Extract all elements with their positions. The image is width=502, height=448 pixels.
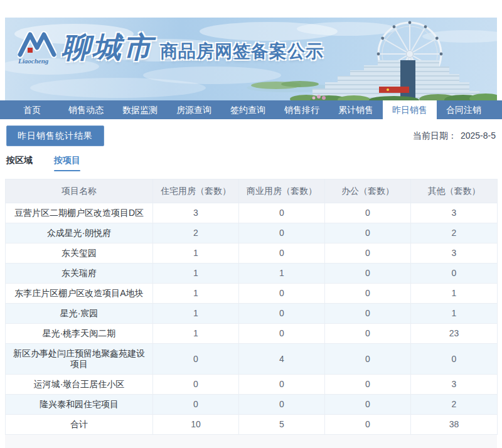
column-header: 办公（套数） <box>325 179 411 203</box>
project-name-cell: 众成星光·朗悦府 <box>6 223 153 243</box>
count-cell: 4 <box>239 344 325 375</box>
count-cell: 2 <box>411 223 498 243</box>
table-row: 运河城·墩台王居住小区0003 <box>6 375 498 395</box>
content: 昨日销售统计结果 当前日期：2025-8-5 按区域按项目 项目名称住宅用房（套… <box>5 125 497 448</box>
page: Liaocheng 聊城市 商品房网签备案公示 首页销售动态数据监测房源查询签约… <box>0 0 502 448</box>
toolbar: 昨日销售统计结果 当前日期：2025-8-5 <box>5 125 497 146</box>
count-cell: 0 <box>239 324 325 344</box>
count-cell: 0 <box>325 324 411 344</box>
header-row: 项目名称住宅用房（套数）商业用房（套数）办公（套数）其他（套数） <box>6 179 498 203</box>
table-row: 星光·宸园1001 <box>6 304 498 324</box>
brand-row: Liaocheng 聊城市 商品房网签备案公示 <box>18 25 324 70</box>
column-header: 其他（套数） <box>411 179 498 203</box>
nav-item-sales-dynamics[interactable]: 销售动态 <box>59 100 113 119</box>
count-cell: 1 <box>411 284 498 304</box>
nav-item-listing-query[interactable]: 房源查询 <box>167 100 221 119</box>
sales-table-head: 项目名称住宅用房（套数）商业用房（套数）办公（套数）其他（套数） <box>6 179 498 203</box>
count-cell: 0 <box>239 395 325 415</box>
logo-script-label: Liaocheng <box>18 57 49 65</box>
table-row: 东关玺园1003 <box>6 243 498 264</box>
count-cell: 0 <box>325 344 411 375</box>
nav-item-sales-ranking[interactable]: 销售排行 <box>275 100 329 119</box>
site-banner: Liaocheng 聊城市 商品房网签备案公示 <box>5 18 497 100</box>
nav-item-contract-cancel[interactable]: 合同注销 <box>437 100 491 119</box>
sales-table-body: 豆营片区二期棚户区改造项目D区3003众成星光·朗悦府2002东关玺园1003东… <box>6 203 498 435</box>
count-cell: 1 <box>153 284 239 304</box>
yesterday-sales-result-button[interactable]: 昨日销售统计结果 <box>6 125 104 146</box>
count-cell: 0 <box>325 284 411 304</box>
current-date-label: 当前日期： <box>413 131 457 141</box>
nav-item-home[interactable]: 首页 <box>5 100 59 119</box>
count-cell: 0 <box>325 375 411 395</box>
nav-item-cumulative-sales[interactable]: 累计销售 <box>329 100 383 119</box>
count-cell: 0 <box>325 395 411 415</box>
count-cell: 38 <box>411 415 498 435</box>
table-row: 星光·桃李天阅二期10023 <box>6 324 498 344</box>
table-row: 东李庄片区棚户区改造项目A地块1001 <box>6 284 498 304</box>
count-cell: 1 <box>153 304 239 324</box>
count-cell: 3 <box>411 203 498 223</box>
nav-item-yesterday-sales[interactable]: 昨日销售 <box>383 100 437 119</box>
count-cell: 0 <box>325 203 411 223</box>
column-header: 住宅用房（套数） <box>153 179 239 203</box>
count-cell: 3 <box>153 203 239 223</box>
project-name-cell: 豆营片区二期棚户区改造项目D区 <box>6 203 153 223</box>
count-cell: 1 <box>153 264 239 284</box>
count-cell: 0 <box>325 243 411 264</box>
current-date-value: 2025-8-5 <box>461 131 496 141</box>
count-cell: 2 <box>411 395 498 415</box>
count-cell: 10 <box>153 415 239 435</box>
count-cell: 0 <box>411 344 498 375</box>
count-cell: 1 <box>153 243 239 264</box>
count-cell: 1 <box>411 304 498 324</box>
view-tab-by-district[interactable]: 按区域 <box>6 155 33 171</box>
nav-item-signing-query[interactable]: 签约查询 <box>221 100 275 119</box>
liaocheng-logo-icon: Liaocheng <box>18 28 56 67</box>
count-cell: 0 <box>325 264 411 284</box>
project-name-cell: 新区办事处闫庄预留地聚鑫苑建设项目 <box>6 344 153 375</box>
project-name-cell: 星光·桃李天阅二期 <box>6 324 153 344</box>
count-cell: 23 <box>411 324 498 344</box>
total-row: 合计105038 <box>6 415 498 435</box>
table-row: 众成星光·朗悦府2002 <box>6 223 498 243</box>
count-cell: 0 <box>239 284 325 304</box>
count-cell: 3 <box>411 243 498 264</box>
count-cell: 0 <box>411 264 498 284</box>
view-tabs: 按区域按项目 <box>5 155 497 171</box>
main-nav: 首页销售动态数据监测房源查询签约查询销售排行累计销售昨日销售合同注销 <box>0 100 502 119</box>
project-name-cell: 东李庄片区棚户区改造项目A地块 <box>6 284 153 304</box>
count-cell: 3 <box>411 375 498 395</box>
project-name-cell: 隆兴泰和园住宅项目 <box>6 395 153 415</box>
count-cell: 0 <box>325 415 411 435</box>
table-row: 东关瑞府1100 <box>6 264 498 284</box>
view-tab-by-project[interactable]: 按项目 <box>54 155 80 171</box>
count-cell: 0 <box>239 304 325 324</box>
table-row: 新区办事处闫庄预留地聚鑫苑建设项目0400 <box>6 344 498 375</box>
count-cell: 0 <box>325 304 411 324</box>
table-row: 豆营片区二期棚户区改造项目D区3003 <box>6 203 498 223</box>
page-footer-area <box>5 435 497 448</box>
project-name-cell: 合计 <box>6 415 153 435</box>
count-cell: 0 <box>239 375 325 395</box>
count-cell: 0 <box>239 243 325 264</box>
sales-table: 项目名称住宅用房（套数）商业用房（套数）办公（套数）其他（套数） 豆营片区二期棚… <box>5 179 498 435</box>
count-cell: 0 <box>239 203 325 223</box>
project-name-cell: 星光·宸园 <box>6 304 153 324</box>
banner-title: 商品房网签备案公示 <box>160 40 324 63</box>
count-cell: 0 <box>153 395 239 415</box>
project-name-cell: 东关瑞府 <box>6 264 153 284</box>
count-cell: 0 <box>325 223 411 243</box>
count-cell: 0 <box>239 223 325 243</box>
nav-item-data-monitor[interactable]: 数据监测 <box>113 100 167 119</box>
count-cell: 1 <box>239 264 325 284</box>
column-header: 项目名称 <box>6 179 153 203</box>
column-header: 商业用房（套数） <box>239 179 325 203</box>
project-name-cell: 东关玺园 <box>6 243 153 264</box>
count-cell: 1 <box>153 324 239 344</box>
brand-name: 聊城市 <box>61 28 154 67</box>
table-row: 隆兴泰和园住宅项目0002 <box>6 395 498 415</box>
count-cell: 0 <box>153 344 239 375</box>
current-date: 当前日期：2025-8-5 <box>413 131 496 142</box>
count-cell: 5 <box>239 415 325 435</box>
project-name-cell: 运河城·墩台王居住小区 <box>6 375 153 395</box>
